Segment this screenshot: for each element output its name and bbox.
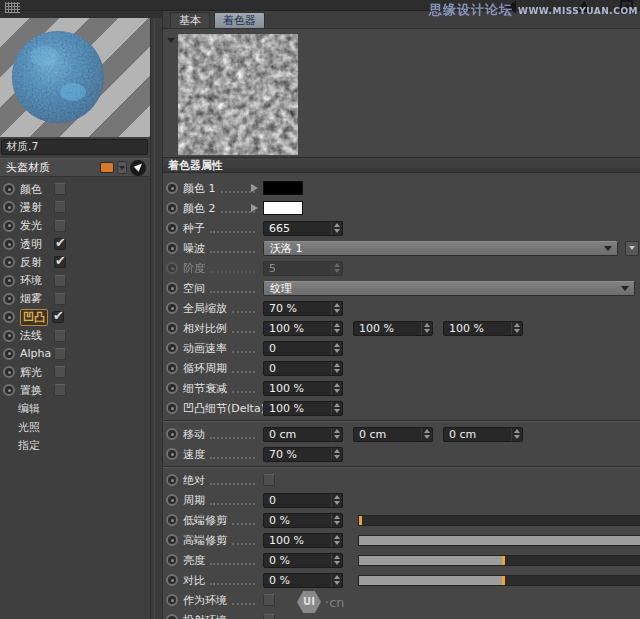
param-checkbox[interactable] [263, 474, 275, 486]
channel-checkbox[interactable] [54, 238, 66, 250]
channel-row[interactable]: 发光 [0, 217, 150, 235]
dropdown[interactable]: 沃洛 1 [263, 241, 618, 256]
param-state-icon[interactable] [166, 534, 178, 546]
stepper-arrows-icon[interactable] [511, 428, 522, 441]
action-item[interactable]: 编辑 [0, 400, 150, 418]
value-stepper-box[interactable]: 0 [263, 361, 343, 376]
param-checkbox[interactable] [263, 614, 275, 619]
value-stepper-box[interactable]: 0 % [263, 513, 343, 528]
collapse-triangle-icon[interactable] [167, 38, 175, 43]
color-swatch[interactable] [263, 181, 303, 195]
slider-handle[interactable] [502, 556, 505, 565]
channel-checkbox[interactable] [54, 183, 66, 195]
channel-checkbox[interactable] [54, 330, 66, 342]
param-state-icon[interactable] [166, 594, 178, 606]
tab-basic[interactable]: 基本 [170, 12, 210, 28]
channel-checkbox[interactable] [54, 348, 66, 360]
expand-arrow-icon[interactable] [251, 204, 258, 212]
panel-divider[interactable] [150, 11, 163, 619]
value-stepper-box[interactable]: 70 % [263, 447, 343, 462]
channel-row[interactable]: 置换 [0, 381, 150, 399]
param-state-icon[interactable] [166, 322, 178, 334]
value-stepper-box[interactable]: 665 [263, 221, 343, 236]
channel-checkbox[interactable] [54, 256, 66, 268]
value-stepper-box[interactable]: 100 % [263, 401, 343, 416]
stepper-arrows-icon[interactable] [331, 402, 342, 415]
noise-preview-button[interactable] [625, 241, 639, 256]
stepper-arrows-icon[interactable] [331, 222, 342, 235]
param-state-icon[interactable] [166, 202, 178, 214]
stepper-arrows-icon[interactable] [331, 554, 342, 567]
value-stepper-box[interactable]: 0 cm [443, 427, 523, 442]
param-checkbox[interactable] [263, 594, 275, 606]
channel-checkbox[interactable] [54, 366, 66, 378]
stepper-arrows-icon[interactable] [421, 322, 432, 335]
value-stepper-box[interactable]: 0 cm [353, 427, 433, 442]
stepper-arrows-icon[interactable] [421, 428, 432, 441]
pick-material-icon[interactable] [130, 160, 146, 176]
channel-checkbox[interactable] [54, 384, 66, 396]
channel-row[interactable]: 法线 [0, 326, 150, 344]
tab-shader[interactable]: 着色器 [214, 12, 265, 28]
channel-checkbox[interactable] [54, 201, 66, 213]
value-stepper-box[interactable]: 100 % [353, 321, 433, 336]
param-state-icon[interactable] [166, 182, 178, 194]
channel-checkbox[interactable] [52, 311, 64, 323]
param-state-icon[interactable] [166, 574, 178, 586]
channel-checkbox[interactable] [54, 275, 66, 287]
stepper-arrows-icon[interactable] [511, 322, 522, 335]
value-stepper-box[interactable]: 70 % [263, 301, 343, 316]
param-state-icon[interactable] [166, 362, 178, 374]
dropdown[interactable]: 纹理 [263, 281, 635, 296]
stepper-arrows-icon[interactable] [331, 302, 342, 315]
param-state-icon[interactable] [166, 474, 178, 486]
material-header-row[interactable]: 头盔材质 [0, 158, 150, 177]
stepper-arrows-icon[interactable] [331, 382, 342, 395]
channel-checkbox[interactable] [54, 220, 66, 232]
value-stepper-box[interactable]: 0 [263, 341, 343, 356]
channel-row[interactable]: Alpha [0, 345, 150, 363]
action-item[interactable]: 指定 [0, 436, 150, 454]
channel-row[interactable]: 颜色 [0, 180, 150, 198]
stepper-arrows-icon[interactable] [331, 494, 342, 507]
value-stepper-box[interactable]: 0 [263, 493, 343, 508]
material-preview[interactable] [0, 18, 150, 137]
channel-row[interactable]: 环境 [0, 271, 150, 289]
action-item[interactable]: 光照 [0, 418, 150, 436]
channel-row[interactable]: 凹凸 [0, 308, 150, 326]
channel-row[interactable]: 烟雾 [0, 290, 150, 308]
material-color-swatch[interactable] [100, 162, 114, 173]
param-state-icon[interactable] [166, 402, 178, 414]
value-stepper-box[interactable]: 0 cm [263, 427, 343, 442]
value-stepper-box[interactable]: 5 [263, 261, 343, 276]
value-stepper-box[interactable]: 100 % [263, 533, 343, 548]
stepper-arrows-icon[interactable] [331, 534, 342, 547]
param-state-icon[interactable] [166, 514, 178, 526]
channel-row[interactable]: 辉光 [0, 363, 150, 381]
param-state-icon[interactable] [166, 222, 178, 234]
param-state-icon[interactable] [166, 614, 178, 619]
param-state-icon[interactable] [166, 262, 178, 274]
param-slider[interactable] [358, 575, 640, 586]
param-state-icon[interactable] [166, 342, 178, 354]
preview-toggle-button[interactable] [117, 161, 127, 174]
param-state-icon[interactable] [166, 428, 178, 440]
param-state-icon[interactable] [166, 448, 178, 460]
stepper-arrows-icon[interactable] [331, 362, 342, 375]
stepper-arrows-icon[interactable] [331, 428, 342, 441]
color-swatch[interactable] [263, 201, 303, 215]
value-stepper-box[interactable]: 100 % [443, 321, 523, 336]
value-stepper-box[interactable]: 0 % [263, 553, 343, 568]
param-state-icon[interactable] [166, 302, 178, 314]
noise-texture-preview[interactable] [178, 34, 298, 155]
slider-handle[interactable] [359, 516, 362, 525]
param-state-icon[interactable] [166, 282, 178, 294]
param-state-icon[interactable] [166, 382, 178, 394]
value-stepper-box[interactable]: 100 % [263, 321, 343, 336]
channel-checkbox[interactable] [54, 293, 66, 305]
stepper-arrows-icon[interactable] [331, 574, 342, 587]
param-slider[interactable] [358, 555, 640, 566]
param-slider[interactable] [358, 535, 640, 546]
stepper-arrows-icon[interactable] [331, 262, 342, 275]
stepper-arrows-icon[interactable] [331, 342, 342, 355]
